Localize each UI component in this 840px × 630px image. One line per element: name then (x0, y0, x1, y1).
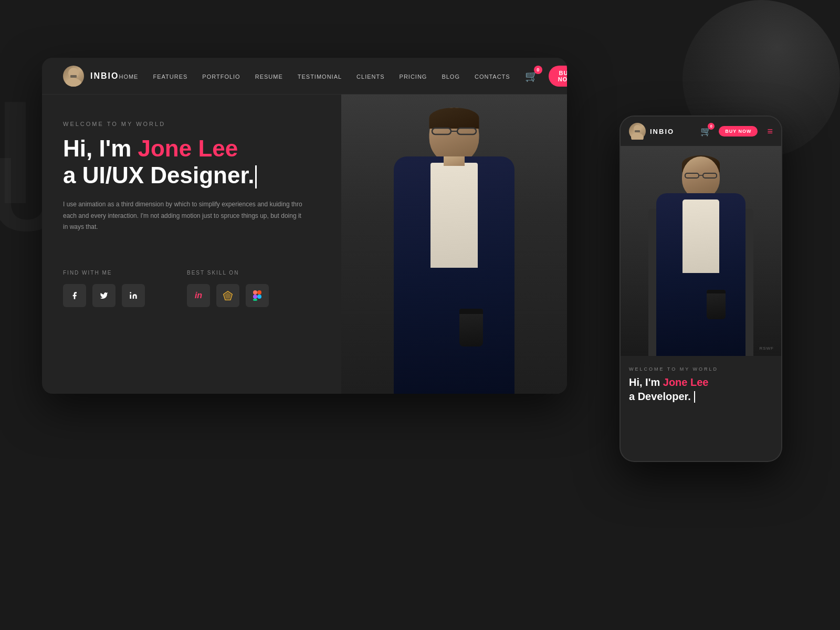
twitter-icon-box[interactable] (92, 284, 116, 307)
svg-rect-18 (685, 173, 699, 178)
mobile-subtitle-text: a Developer. (629, 391, 691, 403)
svg-point-16 (631, 133, 644, 140)
welcome-text: WELCOME TO MY WORLD (63, 121, 546, 127)
svg-rect-2 (70, 75, 77, 78)
mobile-hero-subtitle: a Developer. (629, 391, 773, 403)
mobile-cart[interactable]: 🛒 0 (700, 126, 711, 137)
social-section: FIND WITH ME (63, 270, 145, 307)
nav-avatar (63, 66, 84, 87)
desktop-navbar: INBIO HOME FEATURES PORTFOLIO RESUME TES… (42, 58, 567, 94)
nav-contacts[interactable]: CONTACTS (475, 74, 510, 80)
mobile-navbar: INBIO 🛒 0 BUY NOW ≡ (621, 117, 781, 146)
svg-rect-8 (253, 295, 257, 299)
hero-title: Hi, I'm Jone Lee a UI/UX Designer. (63, 135, 546, 188)
nav-blog[interactable]: BLOG (442, 74, 460, 80)
nav-clients[interactable]: CLIENTS (356, 74, 384, 80)
skills-section: BEST SKILL ON in (187, 270, 269, 307)
social-label: FIND WITH ME (63, 270, 145, 276)
social-icons (63, 284, 145, 307)
mp-glasses (684, 171, 718, 177)
mobile-title-prefix: Hi, I'm (629, 376, 663, 388)
nav-features[interactable]: FEATURES (153, 74, 187, 80)
hero-description: I use animation as a third dimension by … (63, 199, 304, 233)
svg-rect-19 (703, 173, 717, 178)
mobile-hero-content: WELCOME TO MY WORLD Hi, I'm Jone Lee a D… (621, 356, 781, 413)
svg-point-11 (257, 295, 261, 299)
mobile-hero-image: RSWF (621, 146, 781, 356)
svg-point-3 (130, 292, 131, 293)
nav-cart[interactable]: 🛒 0 (525, 70, 538, 82)
hero-content: WELCOME TO MY WORLD Hi, I'm Jone Lee a U… (42, 94, 567, 394)
buy-now-button[interactable]: BUY NOW (549, 66, 567, 87)
nav-portfolio[interactable]: PORTFOLIO (202, 74, 240, 80)
mobile-cursor (694, 391, 695, 403)
mobile-nav-brand: INBIO (650, 128, 674, 135)
mobile-buy-now-button[interactable]: BUY NOW (719, 126, 758, 136)
mp-cup (707, 290, 726, 319)
hero-title-prefix: Hi, I'm (63, 135, 138, 161)
mobile-nav-logo: INBIO (629, 123, 700, 140)
nav-links: HOME FEATURES PORTFOLIO RESUME TESTIMONI… (119, 71, 510, 81)
invision-icon: in (195, 291, 202, 300)
nav-resume[interactable]: RESUME (255, 74, 283, 80)
skills-label: BEST SKILL ON (187, 270, 269, 276)
mobile-cart-badge: 0 (708, 123, 715, 130)
desktop-mockup: INBIO HOME FEATURES PORTFOLIO RESUME TES… (42, 58, 567, 394)
nav-logo: INBIO (63, 66, 119, 87)
figma-icon-box[interactable] (246, 284, 269, 307)
mobile-hero-title: Hi, I'm Jone Lee (629, 376, 773, 388)
skill-icons: in (187, 284, 269, 307)
hero-title-suffix: a UI/UX Designer. (63, 162, 254, 188)
invision-icon-box[interactable]: in (187, 284, 210, 307)
cursor-blink (255, 165, 257, 188)
nav-brand-text: INBIO (90, 71, 119, 81)
sketch-icon-box[interactable] (216, 284, 239, 307)
hero-name: Jone Lee (138, 135, 238, 161)
linkedin-icon-box[interactable] (122, 284, 145, 307)
svg-rect-7 (253, 290, 257, 295)
svg-point-1 (65, 78, 82, 87)
mobile-welcome-text: WELCOME TO MY WORLD (629, 366, 773, 372)
mobile-nav-right: 🛒 0 BUY NOW ≡ (700, 126, 773, 137)
nav-home[interactable]: HOME (119, 74, 138, 80)
mobile-nav-avatar (629, 123, 646, 140)
mobile-watermark: RSWF (759, 346, 774, 351)
hamburger-icon[interactable]: ≡ (767, 126, 773, 137)
svg-rect-17 (635, 130, 640, 132)
mobile-mockup: INBIO 🛒 0 BUY NOW ≡ (620, 116, 782, 462)
svg-rect-9 (253, 299, 257, 301)
svg-rect-10 (257, 290, 261, 295)
nav-pricing[interactable]: PRICING (400, 74, 427, 80)
hero-section: WELCOME TO MY WORLD Hi, I'm Jone Lee a U… (42, 94, 567, 394)
cart-badge: 0 (534, 66, 542, 74)
mobile-person (643, 151, 759, 356)
bottom-section: FIND WITH ME (63, 259, 546, 307)
nav-testimonial[interactable]: TESTIMONIAL (298, 74, 342, 80)
facebook-icon-box[interactable] (63, 284, 86, 307)
mobile-hero-name: Jone Lee (663, 376, 709, 388)
mp-shirt (682, 200, 719, 273)
